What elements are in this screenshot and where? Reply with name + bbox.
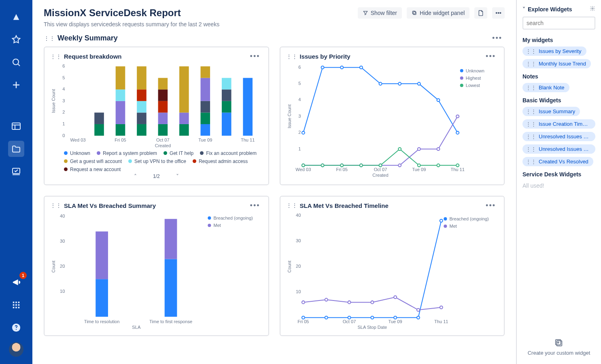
- drag-handle-icon: ⋮⋮: [526, 48, 536, 54]
- svg-rect-43: [200, 112, 210, 124]
- hide-widget-panel-button[interactable]: Hide widget panel: [407, 7, 469, 19]
- basic-widget-pill[interactable]: ⋮⋮Issue Summary: [522, 107, 580, 116]
- my-widget-pill[interactable]: ⋮⋮Issues by Severity: [522, 47, 586, 56]
- section-more-button[interactable]: •••: [490, 33, 505, 43]
- drag-handle-icon[interactable]: ⋮⋮: [286, 53, 297, 60]
- panel-title: Explore Widgets: [528, 6, 572, 13]
- star-icon[interactable]: [8, 32, 24, 48]
- sla-timeline-chart: 10203040Fri 05Oct 07Tue 09Thu 11SLA Stop…: [286, 212, 499, 331]
- legend-next-button[interactable]: ˅: [176, 173, 179, 180]
- svg-point-89: [417, 164, 420, 167]
- drag-handle-icon: ⋮⋮: [526, 61, 536, 67]
- drag-handle-icon: ⋮⋮: [526, 108, 536, 114]
- apps-grid-icon[interactable]: [8, 297, 24, 313]
- monitor-check-icon[interactable]: [8, 163, 24, 180]
- svg-rect-36: [158, 101, 168, 113]
- search-icon[interactable]: [8, 54, 24, 70]
- legend-item[interactable]: Set up VPN to the office: [128, 159, 186, 164]
- card-title: Issues by Priority: [300, 53, 481, 60]
- svg-rect-110: [96, 231, 108, 279]
- legend-item[interactable]: Unknown: [64, 150, 90, 156]
- drag-handle-icon: ⋮⋮: [526, 121, 536, 127]
- svg-point-136: [394, 296, 397, 298]
- card-more-button[interactable]: •••: [248, 51, 263, 61]
- svg-point-70: [398, 83, 401, 85]
- basic-widget-pill[interactable]: ⋮⋮Unresolved Issues p...: [522, 144, 595, 154]
- create-widget-label[interactable]: Create your custom widget: [522, 350, 595, 356]
- widget-search-input[interactable]: [522, 17, 595, 30]
- svg-point-66: [321, 66, 324, 69]
- svg-rect-4: [15, 302, 17, 303]
- gear-icon[interactable]: [590, 6, 595, 13]
- note-widget-pill[interactable]: ⋮⋮Blank Note: [522, 83, 569, 92]
- more-actions-button[interactable]: •••: [492, 7, 505, 19]
- legend-item[interactable]: Request a new account: [64, 167, 121, 172]
- svg-point-88: [398, 148, 401, 150]
- svg-text:Created: Created: [155, 143, 171, 148]
- svg-point-72: [437, 99, 440, 102]
- folder-icon[interactable]: [8, 141, 24, 157]
- drag-handle-icon[interactable]: ⋮⋮: [50, 53, 62, 60]
- svg-text:SLA: SLA: [132, 325, 141, 330]
- svg-point-99: [460, 69, 463, 72]
- show-filter-button[interactable]: Show filter: [358, 7, 402, 19]
- svg-rect-113: [165, 219, 177, 259]
- legend-prev-button[interactable]: ˄: [134, 173, 137, 180]
- basic-widget-pill[interactable]: ⋮⋮Issue Creation Timeli...: [522, 119, 595, 129]
- card-more-button[interactable]: •••: [483, 51, 498, 61]
- svg-text:30: 30: [295, 238, 300, 243]
- card-sla-summary: ⋮⋮ SLA Met Vs Breached Summary ••• 10203…: [44, 196, 269, 336]
- card-more-button[interactable]: •••: [248, 201, 263, 211]
- legend-item[interactable]: Report a system problem: [97, 150, 157, 156]
- svg-point-65: [302, 131, 304, 134]
- panel-icon[interactable]: [8, 118, 24, 134]
- drag-handle-icon[interactable]: ⋮⋮: [44, 35, 55, 42]
- svg-point-73: [456, 131, 459, 134]
- drag-handle-icon: ⋮⋮: [526, 159, 536, 165]
- svg-rect-47: [222, 112, 231, 135]
- create-widget-icon[interactable]: [554, 339, 563, 347]
- logo-icon[interactable]: [8, 9, 24, 25]
- my-widget-pill[interactable]: ⋮⋮Monthly Issue Trend: [522, 59, 591, 68]
- help-icon[interactable]: [8, 320, 24, 336]
- widget-panel: ˅ Explore Widgets My widgets ⋮⋮Issues by…: [516, 0, 601, 364]
- svg-text:Unknown: Unknown: [465, 68, 484, 73]
- svg-rect-10: [15, 307, 17, 309]
- legend: UnknownReport a system problemGet IT hel…: [50, 149, 263, 172]
- legend-item[interactable]: Fix an account problem: [200, 150, 257, 156]
- svg-point-86: [359, 164, 362, 167]
- legend-item[interactable]: Get a guest wifi account: [64, 159, 122, 164]
- card-title: SLA Met Vs Breached Timeline: [300, 202, 481, 209]
- funnel-icon: [363, 10, 368, 16]
- svg-rect-33: [137, 66, 147, 89]
- svg-rect-31: [137, 101, 147, 113]
- svg-rect-45: [200, 78, 210, 101]
- plus-icon[interactable]: [8, 77, 24, 93]
- user-avatar[interactable]: [9, 342, 23, 357]
- drag-handle-icon[interactable]: ⋮⋮: [286, 202, 297, 209]
- svg-point-13: [16, 329, 17, 330]
- card-more-button[interactable]: •••: [483, 201, 498, 211]
- chevron-down-icon[interactable]: ˅: [522, 6, 525, 13]
- svg-point-71: [417, 83, 420, 85]
- svg-point-119: [208, 224, 211, 227]
- drag-handle-icon[interactable]: ⋮⋮: [50, 202, 62, 209]
- svg-text:Count: Count: [51, 260, 56, 273]
- svg-text:Fri 05: Fri 05: [297, 319, 309, 324]
- legend-item[interactable]: Get IT help: [164, 150, 193, 156]
- basic-widget-pill[interactable]: ⋮⋮Unresolved Issues p...: [522, 132, 595, 141]
- svg-rect-40: [179, 112, 189, 124]
- section-servicedesk: Service Desk Widgets: [522, 171, 595, 178]
- page-title: MissionX ServiceDesk Report: [44, 7, 353, 19]
- legend-item[interactable]: Request admin access: [193, 159, 248, 164]
- svg-rect-3: [13, 302, 15, 303]
- basic-widget-pill[interactable]: ⋮⋮Created Vs Resolved: [522, 157, 593, 166]
- svg-text:Lowest: Lowest: [465, 83, 480, 88]
- svg-text:Wed 03: Wed 03: [295, 167, 311, 172]
- export-pdf-button[interactable]: [474, 7, 487, 19]
- svg-text:Oct 07: Oct 07: [374, 167, 387, 172]
- svg-rect-112: [165, 259, 177, 317]
- svg-rect-46: [200, 66, 210, 78]
- svg-rect-50: [222, 78, 231, 90]
- svg-text:4: 4: [62, 87, 65, 91]
